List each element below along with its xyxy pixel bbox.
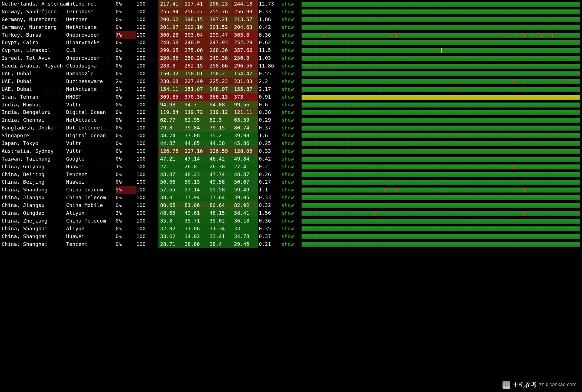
cell-loss: 0% xyxy=(116,124,136,132)
show-link[interactable]: show xyxy=(282,46,302,54)
cell-location: Iran, Tehran xyxy=(0,93,66,101)
cell-avg: 79.84 xyxy=(183,124,208,132)
show-link[interactable]: show xyxy=(282,93,302,101)
show-link[interactable]: show xyxy=(282,16,302,23)
cell-avg: 151.07 xyxy=(183,85,208,93)
show-link[interactable]: show xyxy=(282,23,302,31)
cell-sent: 100 xyxy=(136,217,158,225)
show-link[interactable]: show xyxy=(282,155,302,163)
cell-avg: 227.41 xyxy=(183,0,208,8)
show-link[interactable]: show xyxy=(282,139,302,147)
cell-best: 49.58 xyxy=(208,178,232,186)
cell-location: China, Beijing xyxy=(0,171,66,178)
cell-best: 206.23 xyxy=(208,0,232,8)
cell-loss: 1% xyxy=(116,163,136,171)
cell-stdev: 0.91 xyxy=(258,93,282,101)
cell-stdev: 0.36 xyxy=(258,217,282,225)
cell-stdev: 0.37 xyxy=(258,233,282,240)
latency-chart-cell xyxy=(302,102,582,108)
latency-chart-cell xyxy=(302,203,582,208)
show-link[interactable]: show xyxy=(282,70,302,78)
spike-marker xyxy=(469,188,469,193)
show-link[interactable]: show xyxy=(282,225,302,233)
cell-avg: 150.81 xyxy=(183,70,208,78)
cell-wrst: 49.84 xyxy=(232,155,258,163)
show-link[interactable]: show xyxy=(282,217,302,225)
cell-sent: 100 xyxy=(136,155,158,163)
show-link[interactable]: show xyxy=(282,233,302,240)
show-link[interactable]: show xyxy=(282,0,302,8)
show-link[interactable]: show xyxy=(282,124,302,132)
show-link[interactable]: show xyxy=(282,101,302,109)
cell-sent: 100 xyxy=(136,163,158,171)
cell-stdev: 0.25 xyxy=(258,139,282,147)
cell-loss: 3% xyxy=(116,209,136,217)
show-link[interactable]: show xyxy=(282,178,302,186)
show-link[interactable]: show xyxy=(282,201,302,209)
show-link[interactable]: show xyxy=(282,163,302,171)
show-link[interactable]: show xyxy=(282,85,302,93)
latency-chart-cell xyxy=(302,9,582,14)
latency-chart-cell xyxy=(302,187,582,193)
cell-stdev: 0.33 xyxy=(258,147,282,155)
cell-best: 148.97 xyxy=(208,85,232,93)
show-link[interactable]: show xyxy=(282,8,302,16)
cell-last: 94.98 xyxy=(158,101,183,109)
cell-best: 80.64 xyxy=(208,201,232,209)
cell-sent: 100 xyxy=(136,108,158,116)
cell-sent: 100 xyxy=(136,46,158,54)
cell-last: 32.02 xyxy=(158,225,183,233)
cell-location: China, Beijing xyxy=(0,178,66,186)
cell-loss: 0% xyxy=(116,116,136,124)
latency-sparkline xyxy=(302,126,580,131)
show-link[interactable]: show xyxy=(282,132,302,139)
cell-provider: Online.net xyxy=(66,0,116,8)
cell-location: China, Guiyang xyxy=(0,163,66,171)
cell-stdev: 0.26 xyxy=(258,171,282,178)
cell-best: 79.15 xyxy=(208,124,232,132)
show-link[interactable]: show xyxy=(282,186,302,194)
show-link[interactable]: show xyxy=(282,116,302,124)
latency-chart-cell xyxy=(302,234,582,239)
show-link[interactable]: show xyxy=(282,62,302,70)
latency-sparkline xyxy=(302,40,580,45)
cell-provider: NetActuate xyxy=(66,23,116,31)
show-link[interactable]: show xyxy=(282,108,302,116)
table-row: China, GuiyangHuawei1%10027.1126.826.382… xyxy=(0,163,582,171)
table-row: Bangladesh, DhakaDot Internet0%10079.879… xyxy=(0,124,582,132)
show-link[interactable]: show xyxy=(282,147,302,155)
cell-avg: 44.85 xyxy=(183,139,208,147)
show-link[interactable]: show xyxy=(282,171,302,178)
show-link[interactable]: show xyxy=(282,39,302,46)
spike-marker xyxy=(541,33,542,38)
cell-sent: 100 xyxy=(136,85,158,93)
cell-provider: Aliyun xyxy=(66,209,116,217)
cell-wrst: 58.41 xyxy=(232,209,258,217)
table-row: China, QingdaoAliyun3%10048.6549.6148.15… xyxy=(0,209,582,217)
show-link[interactable]: show xyxy=(282,31,302,39)
show-link[interactable]: show xyxy=(282,240,302,248)
show-link[interactable]: show xyxy=(282,209,302,217)
cell-loss: 2% xyxy=(116,85,136,93)
cell-sent: 100 xyxy=(136,16,158,23)
show-link[interactable]: show xyxy=(282,78,302,85)
latency-sparkline xyxy=(302,95,580,100)
cell-loss: 0% xyxy=(116,54,136,62)
cell-sent: 100 xyxy=(136,62,158,70)
cell-wrst: 36.18 xyxy=(232,217,258,225)
cell-wrst: 357.66 xyxy=(232,46,258,54)
show-link[interactable]: show xyxy=(282,54,302,62)
cell-stdev: 0.33 xyxy=(258,8,282,16)
show-link[interactable]: show xyxy=(282,194,302,201)
cell-best: 255.76 xyxy=(208,8,232,16)
cell-avg: 62.95 xyxy=(183,116,208,124)
cell-last: 200.62 xyxy=(158,16,183,23)
cell-provider: Tencent xyxy=(66,240,116,248)
cell-sent: 100 xyxy=(136,54,158,62)
cell-wrst: 121.11 xyxy=(232,108,258,116)
cell-stdev: 0.6 xyxy=(258,101,282,109)
cell-location: Norway, Sandefjord xyxy=(0,8,66,16)
cell-best: 268.36 xyxy=(208,46,232,54)
latency-sparkline xyxy=(302,226,580,231)
cell-location: Netherlands, Amsterdam xyxy=(0,0,66,8)
